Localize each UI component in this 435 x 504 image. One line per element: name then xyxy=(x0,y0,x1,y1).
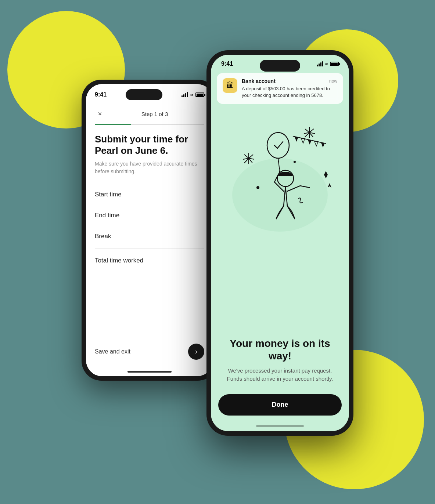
done-button-label: Done xyxy=(272,401,288,409)
back-battery-icon xyxy=(195,93,204,97)
svg-marker-10 xyxy=(295,137,298,142)
svg-point-24 xyxy=(256,186,259,189)
svg-line-22 xyxy=(244,155,249,158)
svg-line-2 xyxy=(309,129,314,133)
end-time-row[interactable]: End time xyxy=(95,205,204,226)
back-subtitle: Make sure you have provided accurate tim… xyxy=(95,160,204,175)
back-status-time: 9:41 xyxy=(95,91,107,98)
front-status-time: 9:41 xyxy=(221,61,233,67)
notification-header: Bank account now xyxy=(242,78,337,84)
svg-marker-11 xyxy=(301,138,305,143)
phone-back: 9:41 ≈ × Step 1 of 3 xyxy=(82,80,218,381)
next-button[interactable]: › xyxy=(188,344,204,360)
back-status-bar: 9:41 ≈ xyxy=(86,84,213,103)
back-header: × Step 1 of 3 xyxy=(86,103,213,124)
total-time-label: Total time worked xyxy=(95,257,204,264)
close-button[interactable]: × xyxy=(95,109,105,119)
back-footer: Save and exit › xyxy=(86,336,213,371)
next-arrow-icon: › xyxy=(195,347,198,356)
front-home-indicator xyxy=(256,425,304,427)
back-dynamic-island xyxy=(126,89,162,100)
svg-point-23 xyxy=(294,161,296,163)
notification-content: Bank account now A deposit of $503.00 ha… xyxy=(242,78,337,99)
notification-title: Bank account xyxy=(242,78,276,84)
celebration-area xyxy=(211,107,349,334)
phone-front: 9:41 ≈ 🏛 Bank account xyxy=(206,50,353,436)
notification-card: 🏛 Bank account now A deposit of $503.00 … xyxy=(217,73,343,104)
front-dynamic-island xyxy=(260,60,300,72)
time-fields: Start time End time Break Total time wor… xyxy=(86,181,213,336)
break-label: Break xyxy=(95,233,204,240)
back-wifi-icon: ≈ xyxy=(190,92,193,98)
field-separator xyxy=(95,249,204,249)
back-title-section: Submit your time for Pearl on June 6. Ma… xyxy=(86,125,213,181)
success-text-area: Your money is on its way! We've processe… xyxy=(211,334,349,390)
success-subtitle: We've processed your instant pay request… xyxy=(222,367,338,383)
total-time-row: Total time worked xyxy=(95,250,204,271)
break-row[interactable]: Break xyxy=(95,226,204,247)
front-battery-icon xyxy=(330,62,339,66)
success-title: Your money is on its way! xyxy=(222,337,338,362)
front-wifi-icon: ≈ xyxy=(325,61,328,67)
svg-line-16 xyxy=(249,155,253,158)
back-signal-icon xyxy=(181,92,188,97)
front-status-bar: 9:41 ≈ xyxy=(211,55,349,70)
bank-icon: 🏛 xyxy=(226,81,234,90)
back-title: Submit your time for Pearl on June 6. xyxy=(95,134,204,156)
back-status-icons: ≈ xyxy=(181,92,204,98)
end-time-label: End time xyxy=(95,212,204,219)
front-signal-icon xyxy=(317,61,323,66)
done-section: Done xyxy=(211,391,349,423)
svg-point-25 xyxy=(267,133,289,158)
notification-body: A deposit of $503.00 has been credited t… xyxy=(242,86,337,99)
save-exit-button[interactable]: Save and exit xyxy=(95,348,130,355)
start-time-label: Start time xyxy=(95,191,204,198)
svg-marker-13 xyxy=(314,141,318,146)
done-button[interactable]: Done xyxy=(218,394,342,416)
step-label: Step 1 of 3 xyxy=(105,111,204,117)
celebration-illustration xyxy=(221,114,339,239)
front-status-icons: ≈ xyxy=(317,61,339,67)
svg-marker-14 xyxy=(321,143,325,148)
back-home-indicator xyxy=(127,371,172,373)
start-time-row[interactable]: Start time xyxy=(95,184,204,205)
phones-container: 9:41 ≈ × Step 1 of 3 xyxy=(82,50,353,454)
notification-time: now xyxy=(329,79,337,84)
svg-line-8 xyxy=(305,129,309,133)
svg-marker-12 xyxy=(308,140,312,145)
notification-icon: 🏛 xyxy=(223,78,237,93)
